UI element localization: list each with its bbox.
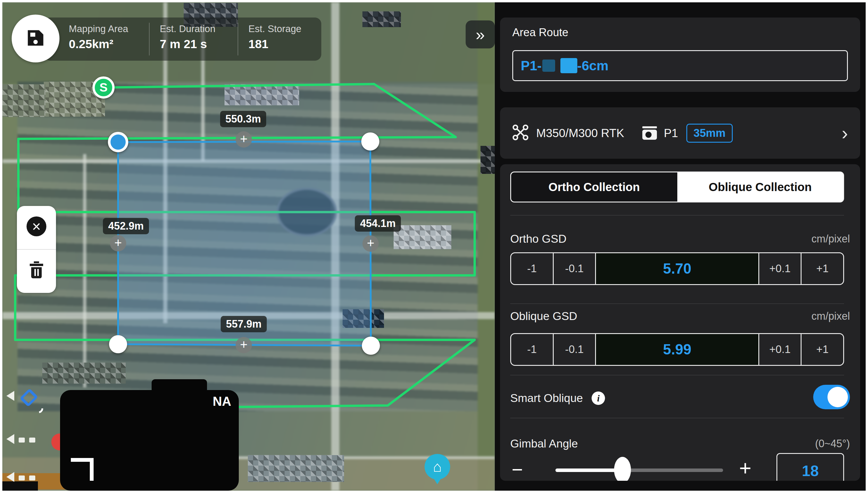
redacted-text-block xyxy=(542,60,555,72)
info-value: 0.25km² xyxy=(69,37,128,51)
route-name-suffix: -6cm xyxy=(577,58,608,73)
ortho-gsd-plus1-button[interactable]: +1 xyxy=(801,253,843,284)
edit-toolbar: × xyxy=(17,206,56,293)
map-canvas[interactable]: + + + + 550.3m 452.9m 454.1m 557.9m S Ma… xyxy=(2,2,495,491)
area-vertex[interactable] xyxy=(109,335,127,353)
edge-distance-label: 550.3m xyxy=(220,111,266,127)
map-control-dot xyxy=(29,475,35,480)
map-control-dot xyxy=(19,475,25,480)
drone-icon xyxy=(512,124,529,142)
info-label: Est. Duration xyxy=(160,23,216,35)
redaction-mosaic xyxy=(42,363,126,384)
oblique-gsd-stepper: -1 -0.1 5.99 +0.1 +1 xyxy=(510,333,844,366)
map-control-dot xyxy=(29,437,35,443)
camera-icon xyxy=(642,126,658,140)
oblique-gsd-unit: cm/pixel xyxy=(811,310,850,322)
route-name-input[interactable]: P1- -6cm xyxy=(512,50,848,81)
chevron-double-right-icon: » xyxy=(475,25,485,44)
terrain-patch xyxy=(2,481,38,491)
chevron-right-icon[interactable]: › xyxy=(842,124,848,142)
edge-distance-label: 557.9m xyxy=(221,316,267,332)
info-label: Est. Storage xyxy=(248,23,302,35)
collection-tabs: Ortho Collection Oblique Collection xyxy=(510,172,844,202)
camera-model-label: P1 xyxy=(664,127,678,140)
gimbal-plus-button[interactable]: + xyxy=(739,456,751,480)
ortho-gsd-minus1-button[interactable]: -1 xyxy=(511,253,553,284)
oblique-gsd-plus1-button[interactable]: +1 xyxy=(801,334,843,365)
drone-model-label: M350/M300 RTK xyxy=(536,127,624,140)
gimbal-angle-label: Gimbal Angle xyxy=(510,437,578,450)
redaction-box: NA xyxy=(60,390,239,491)
info-value: 7 m 21 s xyxy=(160,37,216,51)
redaction-mosaic xyxy=(2,84,45,117)
save-mission-button[interactable] xyxy=(12,15,60,62)
device-card[interactable]: M350/M300 RTK P1 35mm › xyxy=(500,107,860,159)
map-control-arrow[interactable] xyxy=(6,391,14,401)
oblique-gsd-minus01-button[interactable]: -0.1 xyxy=(553,334,595,365)
oblique-gsd-label: Oblique GSD xyxy=(510,310,577,323)
smart-oblique-label: Smart Oblique xyxy=(510,392,583,405)
redacted-text-block xyxy=(560,58,577,73)
redaction-mosaic xyxy=(394,225,451,249)
oblique-gsd-value[interactable]: 5.99 xyxy=(595,334,758,365)
area-vertex[interactable] xyxy=(362,337,380,355)
mission-info-bar: Mapping Area 0.25km² Est. Duration 7 m 2… xyxy=(44,18,321,61)
edge-distance-label: 452.9m xyxy=(103,218,149,234)
redaction-mosaic xyxy=(224,84,299,105)
map-control-dot xyxy=(19,437,25,443)
gimbal-slider-knob[interactable] xyxy=(614,457,631,481)
info-value: 181 xyxy=(248,37,302,51)
home-icon: ⌂ xyxy=(433,458,442,475)
lens-selector-chip[interactable]: 35mm xyxy=(686,124,733,143)
edge-distance-label: 454.1m xyxy=(355,215,401,232)
collection-settings-card: Ortho Collection Oblique Collection Orth… xyxy=(500,164,860,481)
ortho-gsd-label: Ortho GSD xyxy=(510,233,566,245)
map-control-arrow[interactable] xyxy=(6,434,14,444)
corner-bracket-icon xyxy=(71,458,94,481)
ortho-gsd-stepper: -1 -0.1 5.70 +0.1 +1 xyxy=(510,252,844,285)
ortho-gsd-value[interactable]: 5.70 xyxy=(595,253,758,284)
app-screen: + + + + 550.3m 452.9m 454.1m 557.9m S Ma… xyxy=(0,0,868,493)
info-icon[interactable]: i xyxy=(592,391,605,405)
add-vertex-handle[interactable]: + xyxy=(236,131,252,148)
na-label: NA xyxy=(213,394,231,409)
ortho-gsd-minus01-button[interactable]: -0.1 xyxy=(553,253,595,284)
redaction-mosaic xyxy=(248,455,344,482)
area-route-title: Area Route xyxy=(512,26,568,39)
collapse-panel-button[interactable]: » xyxy=(466,20,495,48)
route-start-marker[interactable]: S xyxy=(92,77,115,99)
close-icon: × xyxy=(32,218,41,235)
route-name-prefix: P1- xyxy=(521,58,542,73)
ortho-gsd-unit: cm/pixel xyxy=(811,233,850,245)
add-vertex-handle[interactable]: + xyxy=(236,337,252,353)
smart-oblique-toggle[interactable] xyxy=(813,385,850,409)
home-point-pin[interactable]: ⌂ xyxy=(424,454,450,479)
settings-panel: Area Route P1- -6cm M350/M300 RTK P1 35m… xyxy=(495,2,866,491)
area-vertex-selected[interactable] xyxy=(108,132,128,152)
redaction-mosaic xyxy=(342,309,384,328)
gimbal-angle-range: (0~45°) xyxy=(815,437,850,450)
stadium-landmark xyxy=(276,188,337,237)
tab-ortho-collection[interactable]: Ortho Collection xyxy=(511,172,677,201)
toggle-knob xyxy=(827,387,848,407)
redaction-mosaic xyxy=(481,146,495,174)
info-label: Mapping Area xyxy=(69,23,128,35)
oblique-gsd-minus1-button[interactable]: -1 xyxy=(511,334,553,365)
ortho-gsd-plus01-button[interactable]: +0.1 xyxy=(758,253,801,284)
save-icon xyxy=(26,28,45,49)
add-vertex-handle[interactable]: + xyxy=(110,235,126,252)
close-button[interactable]: × xyxy=(26,216,46,236)
area-route-card: Area Route P1- -6cm xyxy=(500,18,860,92)
gimbal-minus-button[interactable]: − xyxy=(512,458,523,480)
oblique-gsd-plus01-button[interactable]: +0.1 xyxy=(758,334,801,365)
trash-icon xyxy=(28,274,44,279)
add-vertex-handle[interactable]: + xyxy=(362,235,379,252)
redaction-mosaic xyxy=(362,12,401,27)
delete-area-button[interactable] xyxy=(28,261,44,278)
gimbal-slider-track[interactable] xyxy=(555,469,723,472)
gimbal-angle-value[interactable]: 18 xyxy=(776,453,844,481)
map-control-arrow[interactable] xyxy=(6,472,14,482)
area-vertex[interactable] xyxy=(361,132,379,151)
gimbal-slider-fill xyxy=(555,469,623,472)
tab-oblique-collection[interactable]: Oblique Collection xyxy=(677,172,844,201)
